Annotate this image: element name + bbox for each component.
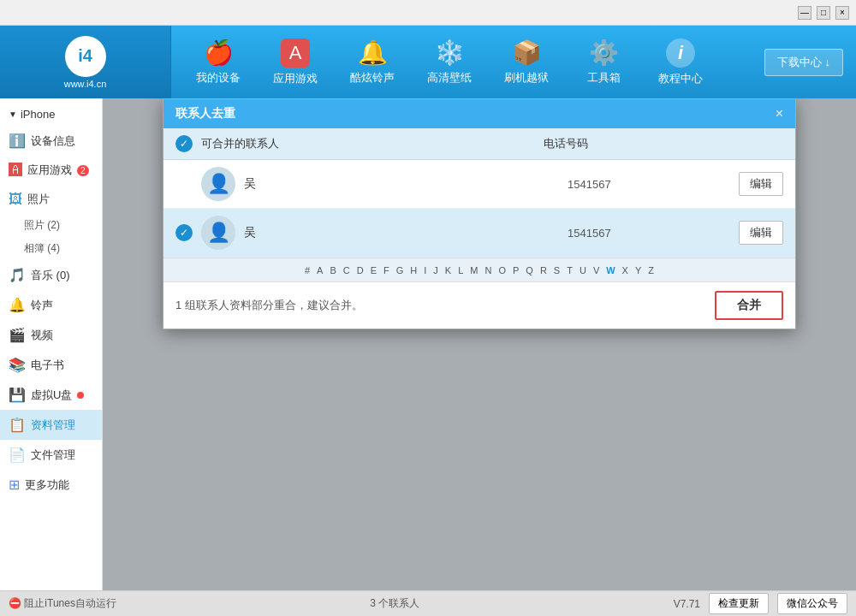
nav-wallpaper[interactable]: ❄️ 高清壁纸 [411, 26, 488, 98]
contact-1-avatar: 👤 [201, 167, 235, 201]
maximize-btn[interactable]: □ [817, 6, 830, 20]
contact-1-edit-btn[interactable]: 编辑 [739, 172, 783, 196]
alpha-U[interactable]: U [577, 264, 589, 277]
alpha-V[interactable]: V [591, 264, 602, 277]
dialog-titlebar: 联系人去重 × [163, 99, 795, 128]
apple-icon: 🍎 [204, 38, 234, 67]
alpha-Z[interactable]: Z [645, 264, 657, 277]
nav-tools[interactable]: ⚙️ 工具箱 [565, 26, 642, 98]
nav-app-games[interactable]: A 应用游戏 [257, 26, 334, 98]
snowflake-icon: ❄️ [435, 38, 465, 67]
book-icon: 📚 [9, 357, 26, 373]
sidebar-sub-albums[interactable]: 相簿 (4) [0, 237, 102, 260]
contact-2-avatar: 👤 [201, 216, 235, 250]
contact-2-phone: 1541567 [568, 227, 739, 240]
alpha-T[interactable]: T [564, 264, 575, 277]
alpha-F[interactable]: F [381, 264, 392, 277]
alpha-E[interactable]: E [368, 264, 379, 277]
alpha-J[interactable]: J [431, 264, 441, 277]
contact-1-phone: 1541567 [568, 178, 739, 191]
sidebar-item-ebook[interactable]: 📚 电子书 [0, 350, 102, 380]
sidebar-item-apps[interactable]: 🅰 应用游戏 2 [0, 156, 102, 185]
video-icon: 🎬 [9, 327, 26, 343]
merge-button[interactable]: 合并 [715, 291, 783, 320]
alpha-Q[interactable]: Q [523, 264, 536, 277]
minimize-btn[interactable]: — [798, 6, 811, 20]
sidebar-apps-label: 应用游戏 [27, 163, 72, 178]
alpha-P[interactable]: P [510, 264, 521, 277]
nav-tutorials-label: 教程中心 [658, 71, 703, 86]
dialog-close-btn[interactable]: × [776, 107, 783, 121]
alpha-hash[interactable]: # [302, 264, 312, 277]
nav-tutorials[interactable]: i 教程中心 [642, 26, 719, 98]
sidebar-ebook-label: 电子书 [31, 358, 64, 373]
nav-items: 🍎 我的设备 A 应用游戏 🔔 酷炫铃声 ❄️ 高清壁纸 📦 刷机越狱 ⚙️ 工… [171, 26, 764, 98]
alpha-X[interactable]: X [620, 264, 631, 277]
header-name-col: 可合并的联系人 [201, 136, 544, 151]
alpha-R[interactable]: R [538, 264, 550, 277]
logo-icon: i4 [65, 36, 106, 77]
alpha-K[interactable]: K [443, 264, 454, 277]
alpha-M[interactable]: M [467, 264, 480, 277]
alpha-S[interactable]: S [551, 264, 562, 277]
alpha-H[interactable]: H [407, 264, 419, 277]
sidebar-item-device-info[interactable]: ℹ️ 设备信息 [0, 126, 102, 156]
status-contact-count: 3 个联系人 [370, 596, 419, 611]
alpha-A[interactable]: A [314, 264, 325, 277]
logo-area: i4 www.i4.cn [0, 26, 171, 98]
contact-2-edit-btn[interactable]: 编辑 [739, 221, 783, 245]
alpha-bar: # A B C D E F G H I J K L M N O P [163, 258, 795, 281]
footer-info-text: 1 组联系人资料部分重合，建议合并。 [175, 298, 363, 313]
photo-icon: 🖼 [9, 192, 22, 207]
download-btn[interactable]: 下载中心 ↓ [764, 49, 843, 76]
alpha-O[interactable]: O [496, 264, 508, 277]
sidebar-item-photos[interactable]: 🖼 照片 [0, 185, 102, 214]
overlay: 联系人去重 × ✓ 可合并的联系人 电话号码 [103, 98, 856, 590]
contact-row-1: 👤 吴 1541567 编辑 [163, 160, 795, 209]
sidebar-item-more[interactable]: ⊞ 更多功能 [0, 470, 102, 500]
sidebar-item-file-mgr[interactable]: 📄 文件管理 [0, 440, 102, 470]
gear-icon: ⚙️ [589, 38, 619, 67]
alpha-W[interactable]: W [603, 264, 617, 277]
alpha-D[interactable]: D [354, 264, 366, 277]
sidebar-file-mgr-label: 文件管理 [31, 447, 75, 463]
sidebar-item-ringtones[interactable]: 🔔 铃声 [0, 290, 102, 320]
alpha-L[interactable]: L [455, 264, 466, 277]
sidebar-item-data-mgr[interactable]: 📋 资料管理 [0, 410, 102, 440]
sidebar-sub-photos[interactable]: 照片 (2) [0, 214, 102, 237]
close-btn[interactable]: × [835, 6, 849, 20]
info-circle-icon: ℹ️ [9, 133, 26, 149]
alpha-B[interactable]: B [327, 264, 338, 277]
dialog-title: 联系人去重 [175, 106, 235, 121]
ringtone-icon: 🔔 [9, 297, 26, 313]
info-icon: i [666, 38, 695, 68]
nav-ringtones-label: 酷炫铃声 [350, 70, 395, 86]
alpha-C[interactable]: C [341, 264, 353, 277]
sidebar-item-video[interactable]: 🎬 视频 [0, 320, 102, 350]
sidebar-item-udisk[interactable]: 💾 虚拟U盘 [0, 380, 102, 410]
alpha-N[interactable]: N [482, 264, 494, 277]
header-right: 下载中心 ↓ [764, 49, 856, 76]
nav-jailbreak[interactable]: 📦 刷机越狱 [488, 26, 565, 98]
nav-jailbreak-label: 刷机越狱 [504, 70, 549, 86]
data-mgr-icon: 📋 [9, 417, 26, 433]
nav-my-device[interactable]: 🍎 我的设备 [180, 26, 257, 98]
status-itunes-block: ⛔ 阻止iTunes自动运行 [9, 596, 116, 611]
sidebar-item-music[interactable]: 🎵 音乐 (0) [0, 260, 102, 290]
titlebar: — □ × [0, 0, 856, 26]
nav-ringtones[interactable]: 🔔 酷炫铃声 [334, 26, 411, 98]
check-update-btn[interactable]: 检查更新 [709, 593, 769, 614]
alpha-I[interactable]: I [421, 264, 429, 277]
person-2-icon: 👤 [207, 222, 230, 244]
dialog: 联系人去重 × ✓ 可合并的联系人 电话号码 [163, 98, 796, 329]
chevron-down-icon: ▼ [9, 110, 17, 119]
dialog-column-header: ✓ 可合并的联系人 电话号码 [163, 128, 795, 160]
sidebar-video-label: 视频 [31, 328, 53, 343]
alpha-G[interactable]: G [394, 264, 407, 277]
alpha-Y[interactable]: Y [633, 264, 644, 277]
file-mgr-icon: 📄 [9, 447, 26, 463]
contact-2-check[interactable]: ✓ [175, 224, 201, 241]
statusbar: ⛔ 阻止iTunes自动运行 3 个联系人 V7.71 检查更新 微信公众号 [0, 590, 856, 616]
wechat-btn[interactable]: 微信公众号 [777, 593, 847, 614]
sidebar-music-label: 音乐 (0) [31, 268, 70, 283]
